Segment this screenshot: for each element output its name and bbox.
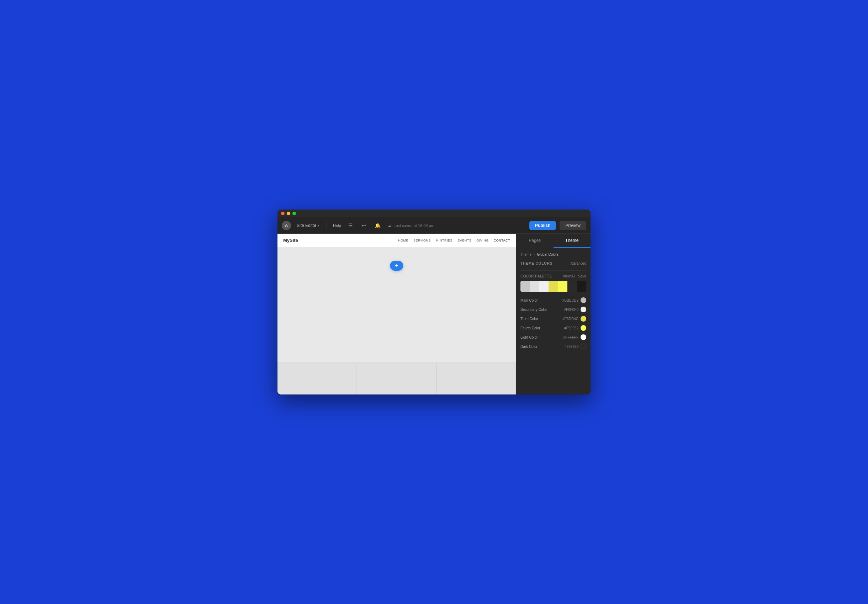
right-panel: Pages Theme Theme › Global Colors THEME … [516, 234, 591, 395]
main-color-hex: #BBBCB9 [563, 299, 578, 302]
palette-label: COLOR PALETTE [521, 274, 552, 278]
light-color-swatch[interactable] [581, 335, 586, 340]
bottom-sections [277, 362, 516, 395]
chevron-down-icon: ▾ [318, 224, 319, 227]
strip-5 [558, 281, 567, 292]
separator [327, 222, 327, 229]
palette-actions: View All Save [563, 274, 586, 278]
fourth-color-label: Fourth Color [521, 326, 540, 330]
toolbar: A Site Editor ▾ Help ☰ ↩ 🔔 ☁ Last saved … [277, 217, 591, 234]
third-color-hex: #E6DD4C [563, 317, 578, 321]
maximize-dot[interactable] [292, 212, 296, 215]
fourth-color-group: #F5F952 [564, 325, 586, 331]
third-color-swatch[interactable] [581, 316, 586, 322]
divider-1 [521, 270, 586, 271]
nav-home[interactable]: HOME [398, 239, 408, 242]
breadcrumb-parent[interactable]: Theme [521, 252, 532, 257]
secondary-color-hex: #F0F0F0 [564, 308, 578, 311]
breadcrumb-current: Global Colors [537, 252, 558, 257]
site-logo: MySite [283, 238, 298, 243]
theme-colors-title: THEME COLORS [521, 262, 552, 265]
strip-4 [549, 281, 558, 292]
light-color-hex: #FFFFFF [564, 335, 578, 339]
title-bar [277, 209, 591, 217]
strip-2 [530, 281, 539, 292]
logo-icon: A [282, 221, 291, 230]
panel-content: Theme › Global Colors THEME COLORS Advan… [516, 248, 591, 395]
bell-icon[interactable]: 🔔 [372, 220, 383, 231]
view-all-button[interactable]: View All [563, 274, 575, 278]
nav-events[interactable]: EVENTS [457, 239, 471, 242]
third-color-label: Third Color [521, 317, 538, 321]
bottom-section-1 [277, 362, 357, 395]
menu-icon[interactable]: ☰ [346, 220, 355, 231]
light-color-label: Light Color [521, 335, 538, 339]
tab-pages[interactable]: Pages [516, 234, 553, 248]
strip-3 [539, 281, 549, 292]
main-color-label: Main Color [521, 299, 538, 302]
minimize-dot[interactable] [287, 212, 290, 215]
theme-colors-header: THEME COLORS Advanced [521, 262, 586, 265]
secondary-color-group: #F0F0F0 [564, 307, 586, 312]
color-row-third: Third Color #E6DD4C [521, 316, 586, 322]
fourth-color-hex: #F5F952 [564, 326, 578, 330]
fourth-color-swatch[interactable] [581, 325, 586, 331]
nav-sermons[interactable]: SERMONS [413, 239, 431, 242]
color-row-fourth: Fourth Color #F5F952 [521, 325, 586, 331]
secondary-color-label: Secondary Color [521, 308, 547, 311]
nav-contact[interactable]: CONTACT [494, 239, 510, 242]
add-section-top-button[interactable]: + [390, 261, 403, 271]
color-row-dark: Dark Color #292929 [521, 344, 586, 349]
saved-status: ☁ Last saved at 16:08 pm [388, 223, 434, 228]
color-palette-header: COLOR PALETTE View All Save [521, 274, 586, 278]
site-editor-button[interactable]: Site Editor ▾ [294, 221, 322, 229]
strip-1 [521, 281, 530, 292]
dark-color-hex: #292929 [564, 345, 578, 348]
undo-icon[interactable]: ↩ [359, 220, 369, 231]
strip-7 [577, 281, 586, 292]
color-row-secondary: Secondary Color #F0F0F0 [521, 307, 586, 312]
nav-giving[interactable]: GIVING [476, 239, 489, 242]
main-color-swatch[interactable] [581, 297, 586, 303]
canvas-area: MySite HOME SERMONS MINTRIES EVENTS GIVI… [277, 234, 516, 395]
breadcrumb: Theme › Global Colors [521, 252, 586, 257]
publish-button[interactable]: Publish [529, 221, 556, 230]
site-preview: MySite HOME SERMONS MINTRIES EVENTS GIVI… [277, 234, 516, 395]
save-palette-button[interactable]: Save [578, 274, 586, 278]
strip-6 [567, 281, 577, 292]
light-color-group: #FFFFFF [564, 335, 586, 340]
cloud-icon: ☁ [388, 223, 392, 228]
dark-color-label: Dark Color [521, 345, 538, 348]
dark-color-group: #292929 [564, 344, 586, 349]
bottom-section-3 [437, 362, 516, 395]
color-strip [521, 281, 586, 292]
dark-color-swatch[interactable] [581, 344, 586, 349]
color-row-light: Light Color #FFFFFF [521, 335, 586, 340]
nav-links: HOME SERMONS MINTRIES EVENTS GIVING CONT… [398, 239, 510, 242]
close-dot[interactable] [281, 212, 285, 215]
bottom-section-2 [357, 362, 436, 395]
secondary-color-swatch[interactable] [581, 307, 586, 312]
preview-button[interactable]: Preview [560, 221, 586, 230]
color-row-main: Main Color #BBBCB9 [521, 297, 586, 303]
help-button[interactable]: Help [332, 220, 342, 231]
third-color-group: #E6DD4C [563, 316, 586, 322]
nav-mintries[interactable]: MINTRIES [436, 239, 453, 242]
main-content: MySite HOME SERMONS MINTRIES EVENTS GIVI… [277, 234, 591, 395]
tab-theme[interactable]: Theme [553, 234, 591, 248]
main-color-group: #BBBCB9 [563, 297, 586, 303]
app-window: A Site Editor ▾ Help ☰ ↩ 🔔 ☁ Last saved … [277, 209, 591, 395]
panel-tabs: Pages Theme [516, 234, 591, 248]
advanced-button[interactable]: Advanced [570, 262, 586, 265]
breadcrumb-separator: › [533, 252, 535, 257]
site-nav: MySite HOME SERMONS MINTRIES EVENTS GIVI… [277, 234, 516, 247]
